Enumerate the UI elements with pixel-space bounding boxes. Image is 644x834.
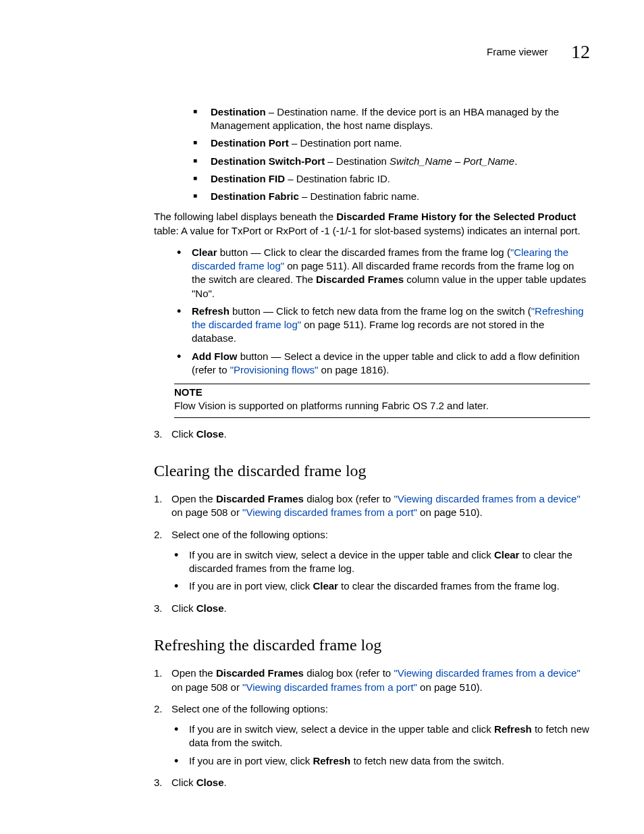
list-item: 2. Select one of the following options: … <box>154 702 590 768</box>
list-item: Clear button — Click to clear the discar… <box>174 246 590 301</box>
list-item: Destination Fabric – Destination fabric … <box>193 190 590 203</box>
link-view-device[interactable]: "Viewing discarded frames from a device" <box>394 667 580 679</box>
list-item: If you are in switch view, select a devi… <box>171 723 590 750</box>
list-item: Destination – Destination name. If the d… <box>193 105 590 133</box>
list-item: If you are in port view, click Clear to … <box>171 579 590 593</box>
content-area: Destination – Destination name. If the d… <box>54 105 590 789</box>
list-item: Destination Port – Destination port name… <box>193 136 590 150</box>
ordered-list: 3. Click Close. <box>154 427 590 441</box>
sub-bullet-list: If you are in switch view, select a devi… <box>171 548 590 594</box>
intro-paragraph: The following label displays beneath the… <box>154 210 590 238</box>
chapter-number: 12 <box>571 39 590 65</box>
list-item: 2. Select one of the following options: … <box>154 528 590 594</box>
header-title: Frame viewer <box>487 45 548 59</box>
note-body: Flow Vision is supported on platforms ru… <box>174 399 590 417</box>
link-view-device[interactable]: "Viewing discarded frames from a device" <box>394 493 580 504</box>
heading-clearing: Clearing the discarded frame log <box>154 460 590 481</box>
heading-refreshing: Refreshing the discarded frame log <box>154 634 590 656</box>
list-item: If you are in switch view, select a devi… <box>171 548 590 576</box>
note-box: NOTE Flow Vision is supported on platfor… <box>174 384 590 418</box>
note-label: NOTE <box>174 384 590 399</box>
button-description-list: Clear button — Click to clear the discar… <box>174 246 590 377</box>
list-item: Destination Switch-Port – Destination Sw… <box>193 155 590 168</box>
definition-list: Destination – Destination name. If the d… <box>193 105 590 204</box>
link-view-port[interactable]: "Viewing discarded frames from a port" <box>242 506 417 518</box>
list-item: 1. Open the Discarded Frames dialog box … <box>154 492 590 520</box>
ordered-list: 1. Open the Discarded Frames dialog box … <box>154 667 590 789</box>
list-item: Add Flow button — Select a device in the… <box>174 350 590 377</box>
list-item: 3. Click Close. <box>154 427 590 441</box>
link-provisioning-flows[interactable]: "Provisioning flows" <box>230 364 319 375</box>
page: Frame viewer 12 Destination – Destinatio… <box>0 0 644 834</box>
link-view-port[interactable]: "Viewing discarded frames from a port" <box>242 681 417 693</box>
list-item: 3. Click Close. <box>154 776 590 789</box>
list-item: 3. Click Close. <box>154 602 590 615</box>
list-item: Destination FID – Destination fabric ID. <box>193 172 590 186</box>
ordered-list: 1. Open the Discarded Frames dialog box … <box>154 492 590 615</box>
running-header: Frame viewer 12 <box>54 39 590 65</box>
sub-bullet-list: If you are in switch view, select a devi… <box>171 723 590 768</box>
list-item: If you are in port view, click Refresh t… <box>171 754 590 768</box>
list-item: 1. Open the Discarded Frames dialog box … <box>154 667 590 694</box>
list-item: Refresh button — Click to fetch new data… <box>174 305 590 346</box>
